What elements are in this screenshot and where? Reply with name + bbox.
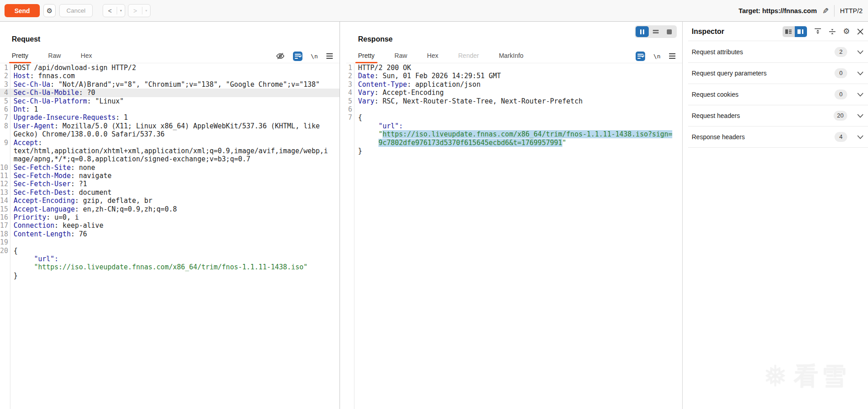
chevron-down-icon[interactable]	[857, 69, 863, 77]
newline-toggle[interactable]: \n	[311, 53, 318, 60]
line-number: 3	[346, 80, 352, 89]
expand-all-icon[interactable]	[814, 28, 821, 35]
line-number: 15	[0, 205, 8, 213]
code-line[interactable]: 7{	[346, 113, 682, 122]
code-line[interactable]: "url":	[0, 255, 340, 263]
request-body-editor[interactable]: 1POST /api/download-sign HTTP/22Host: fn…	[0, 64, 340, 409]
tab-raw[interactable]: Raw	[48, 49, 61, 63]
code-line[interactable]: "url":	[346, 122, 682, 130]
code-line[interactable]: 12Sec-Fetch-User: ?1	[0, 180, 340, 188]
request-tab-icons: \n	[276, 49, 333, 63]
tab-hex[interactable]: Hex	[81, 49, 92, 63]
next-request-button[interactable]: > ▾	[128, 4, 151, 17]
divider	[834, 5, 835, 17]
count-badge: 0	[835, 89, 847, 99]
chevron-down-icon[interactable]: ▾	[117, 9, 125, 13]
list-view-button[interactable]	[649, 26, 662, 37]
code-line[interactable]: 14Accept-Encoding: gzip, deflate, br	[0, 197, 340, 205]
line-number: 7	[0, 113, 8, 122]
code-line[interactable]: 13Sec-Fetch-Dest: document	[0, 188, 340, 197]
section-label: Request query parameters	[692, 70, 835, 77]
previous-request-button[interactable]: < ▾	[103, 4, 125, 17]
layout-right-panel-button[interactable]	[795, 26, 807, 37]
tab-pretty[interactable]: Pretty	[12, 49, 28, 63]
code-line[interactable]: 3Content-Type: application/json	[346, 80, 682, 89]
tab-hex[interactable]: Hex	[427, 49, 439, 63]
code-line[interactable]: 6	[346, 105, 682, 113]
code-line[interactable]: 8User-Agent: Mozilla/5.0 (X11; Linux x86…	[0, 122, 340, 130]
chevron-down-icon[interactable]	[857, 90, 863, 99]
code-line[interactable]: 4Sec-Ch-Ua-Mobile: ?0	[0, 89, 340, 97]
response-body-viewer[interactable]: 1HTTP/2 200 OK2Date: Sun, 01 Feb 2026 14…	[346, 64, 682, 409]
code-line[interactable]: 11Sec-Fetch-Mode: navigate	[0, 172, 340, 180]
layout-left-panel-button[interactable]	[783, 26, 795, 37]
code-line[interactable]: 2Date: Sun, 01 Feb 2026 14:29:51 GMT	[346, 72, 682, 80]
code-line[interactable]: "https://iso.liveupdate.fnnas.com/x86_64…	[346, 130, 682, 138]
code-line[interactable]: Gecko) Chrome/138.0.0.0 Safari/537.36	[0, 130, 340, 138]
code-line[interactable]: 5Vary: RSC, Next-Router-State-Tree, Next…	[346, 97, 682, 105]
chevron-down-icon[interactable]	[857, 112, 863, 120]
line-number	[346, 122, 352, 130]
code-line[interactable]: 16Priority: u=0, i	[0, 213, 340, 221]
tab-raw[interactable]: Raw	[395, 49, 407, 63]
line-number: 12	[0, 180, 8, 188]
close-icon[interactable]	[857, 28, 863, 35]
code-line[interactable]: 10Sec-Fetch-Site: none	[0, 164, 340, 172]
word-wrap-icon[interactable]	[293, 52, 302, 61]
chevron-down-icon[interactable]	[857, 48, 863, 56]
hide-headers-icon[interactable]	[276, 52, 285, 61]
line-number: 4	[346, 89, 352, 97]
inspector-section-request-attributes[interactable]: Request attributes2	[688, 42, 868, 63]
chevron-down-icon[interactable]: ▾	[142, 9, 150, 13]
menu-icon[interactable]	[326, 53, 333, 59]
inspector-section-request-cookies[interactable]: Request cookies0	[688, 84, 868, 105]
code-line[interactable]: }	[0, 272, 340, 280]
send-button[interactable]: Send	[5, 4, 40, 17]
menu-icon[interactable]	[669, 53, 676, 59]
code-line[interactable]: 4Vary: Accept-Encoding	[346, 89, 682, 97]
layout-toggle	[783, 26, 807, 37]
code-line[interactable]: 9Accept:	[0, 139, 340, 147]
code-line[interactable]: 1POST /api/download-sign HTTP/2	[0, 64, 340, 72]
line-number	[0, 130, 8, 138]
inspector-section-request-query-parameters[interactable]: Request query parameters0	[688, 63, 868, 84]
code-line[interactable]: 7Upgrade-Insecure-Requests: 1	[0, 113, 340, 122]
code-line[interactable]: 6Dnt: 1	[0, 105, 340, 113]
newline-toggle[interactable]: \n	[653, 53, 660, 60]
code-line[interactable]: 3Sec-Ch-Ua: "Not/A)Brand";v="8", "Chromi…	[0, 80, 340, 89]
code-line[interactable]: 9c7802dfe976173d5370f615645ecbd6&t=17699…	[346, 139, 682, 147]
line-number: 13	[0, 188, 8, 197]
settings-icon[interactable]: ⚙	[843, 27, 850, 36]
tab-markinfo[interactable]: MarkInfo	[499, 49, 523, 63]
send-settings-button[interactable]: ⚙	[43, 4, 56, 17]
word-wrap-icon[interactable]	[636, 52, 645, 61]
collapse-all-icon[interactable]	[829, 28, 836, 35]
pause-button[interactable]	[636, 26, 649, 37]
protocol-label[interactable]: HTTP/2	[840, 7, 864, 14]
code-line[interactable]: 15Accept-Language: en,zh-CN;q=0.9,zh;q=0…	[0, 205, 340, 213]
inspector-header: Inspector ⚙	[688, 22, 868, 41]
inspector-section-response-headers[interactable]: Response headers4	[688, 127, 868, 148]
chevron-down-icon[interactable]	[857, 133, 863, 141]
code-line[interactable]: }	[346, 147, 682, 155]
line-number: 18	[0, 230, 8, 238]
code-line[interactable]: 18Content-Length: 76	[0, 230, 340, 238]
target-label: Target: https://fnnas.com	[739, 7, 817, 14]
code-line[interactable]: 17Connection: keep-alive	[0, 221, 340, 230]
code-line[interactable]: 1HTTP/2 200 OK	[346, 64, 682, 72]
code-line[interactable]: 20{	[0, 247, 340, 255]
edit-target-icon[interactable]: ✎	[822, 6, 829, 16]
code-line[interactable]: text/html,application/xhtml+xml,applicat…	[0, 147, 340, 155]
inspector-section-request-headers[interactable]: Request headers20	[688, 105, 868, 127]
line-number: 16	[0, 213, 8, 221]
code-line[interactable]: mage/apng,*/*;q=0.8,application/signed-e…	[0, 155, 340, 163]
code-line[interactable]: 19	[0, 238, 340, 246]
stop-button[interactable]	[663, 26, 676, 37]
cancel-button[interactable]: Cancel	[59, 4, 93, 17]
request-panel: Request PrettyRawHex \n 1POST /api/downl…	[0, 22, 340, 409]
code-line[interactable]: 5Sec-Ch-Ua-Platform: "Linux"	[0, 97, 340, 105]
line-number	[0, 255, 8, 263]
tab-pretty[interactable]: Pretty	[358, 49, 375, 63]
code-line[interactable]: 2Host: fnnas.com	[0, 72, 340, 80]
code-line[interactable]: "https://iso.liveupdate.fnnas.com/x86_64…	[0, 263, 340, 271]
